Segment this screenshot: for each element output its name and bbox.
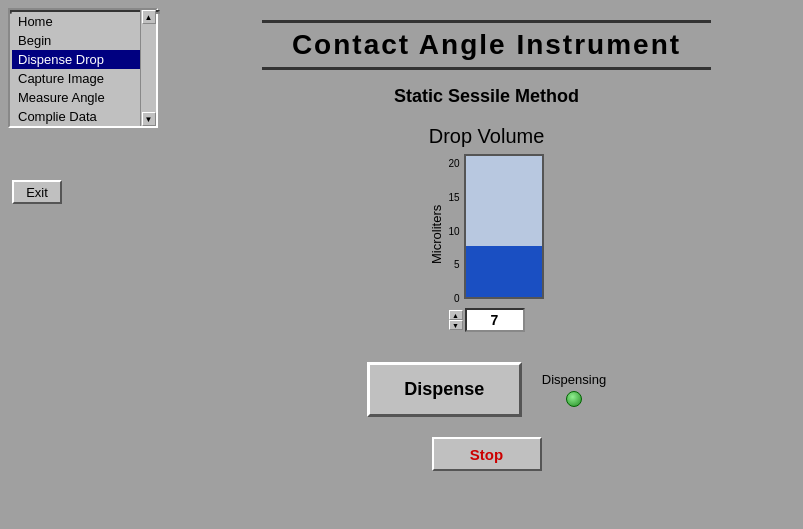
spinners: ▲ ▼ — [449, 310, 463, 330]
tick-20: 20 — [448, 159, 459, 169]
value-row: ▲ ▼ — [449, 308, 525, 332]
volume-bar — [464, 154, 544, 299]
dispense-button[interactable]: Dispense — [367, 362, 522, 417]
scroll-down-button[interactable]: ▼ — [142, 112, 156, 126]
sidebar-scrollbar: ▲ ▼ — [140, 10, 156, 126]
scale: 0 5 10 15 20 — [448, 159, 459, 304]
page-title: Contact Angle Instrument — [292, 29, 681, 60]
sidebar-item-measure-angle[interactable]: Measure Angle — [12, 88, 146, 107]
bar-fill — [466, 246, 542, 297]
dispensing-label: Dispensing — [542, 372, 606, 387]
sidebar-item-capture-image[interactable]: Capture Image — [12, 69, 146, 88]
scroll-up-button[interactable]: ▲ — [142, 10, 156, 24]
stop-button[interactable]: Stop — [432, 437, 542, 471]
dispensing-area: Dispensing — [542, 372, 606, 407]
sidebar-item-dispense-drop[interactable]: Dispense Drop — [12, 50, 146, 69]
sidebar-item-home[interactable]: Home — [12, 12, 146, 31]
main-content: Contact Angle Instrument Static Sessile … — [170, 0, 803, 529]
dispensing-led — [566, 391, 582, 407]
tick-0: 0 — [448, 294, 459, 304]
sidebar: Home Begin Dispense Drop Capture Image M… — [8, 8, 158, 128]
subtitle: Static Sessile Method — [394, 86, 579, 107]
tick-5: 5 — [448, 260, 459, 270]
drop-volume-label: Drop Volume — [429, 125, 545, 148]
tick-15: 15 — [448, 193, 459, 203]
exit-button[interactable]: Exit — [12, 180, 62, 204]
y-axis-label: Microliters — [429, 164, 444, 304]
controls: Dispense Dispensing — [367, 362, 606, 417]
title-box: Contact Angle Instrument — [262, 20, 711, 70]
bar-empty — [466, 156, 542, 250]
sidebar-item-begin[interactable]: Begin — [12, 31, 146, 50]
spin-down-button[interactable]: ▼ — [449, 320, 463, 330]
volume-value-input[interactable] — [465, 308, 525, 332]
sidebar-item-complie-data[interactable]: Complie Data — [12, 107, 146, 126]
gauge-area: Microliters 0 5 10 15 20 — [429, 154, 543, 304]
tick-10: 10 — [448, 227, 459, 237]
spin-up-button[interactable]: ▲ — [449, 310, 463, 320]
